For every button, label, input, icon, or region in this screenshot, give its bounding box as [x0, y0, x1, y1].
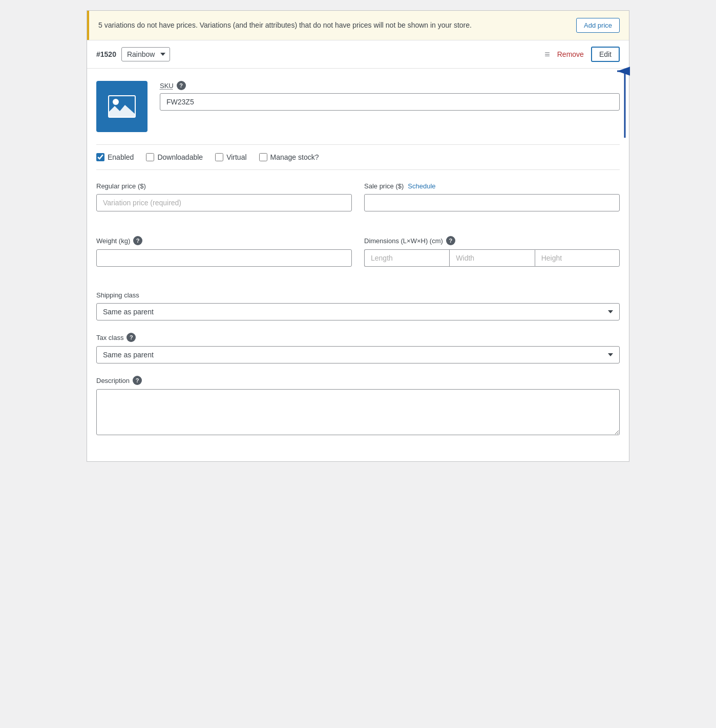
description-textarea[interactable]: [96, 389, 620, 435]
weight-group: Weight (kg) ?: [96, 236, 352, 267]
variation-image[interactable]: [96, 81, 148, 132]
add-price-button[interactable]: Add price: [576, 18, 620, 33]
price-row: Regular price ($) Sale price ($) Schedul…: [96, 182, 620, 224]
variation-header: #1520 Rainbow Blue Red Green ≡ Remove Ed…: [87, 40, 629, 69]
shipping-class-group: Shipping class Same as parent No shippin…: [96, 291, 620, 320]
dimensions-help-icon[interactable]: ?: [446, 236, 455, 245]
sku-input[interactable]: [160, 93, 620, 111]
description-label: Description ?: [96, 376, 620, 385]
tax-class-label: Tax class ?: [96, 333, 620, 342]
downloadable-checkbox-label[interactable]: Downloadable: [146, 153, 203, 161]
description-group: Description ?: [96, 376, 620, 437]
manage-stock-checkbox-label[interactable]: Manage stock?: [259, 153, 319, 161]
downloadable-checkbox[interactable]: [146, 153, 154, 161]
sku-help-icon[interactable]: ?: [177, 81, 186, 90]
tax-class-select[interactable]: Same as parent Standard Reduced rate Zer…: [96, 346, 620, 363]
downloadable-label: Downloadable: [157, 153, 203, 161]
image-placeholder-icon: [107, 94, 137, 119]
tax-class-group: Tax class ? Same as parent Standard Redu…: [96, 333, 620, 363]
dimensions-inputs: [364, 249, 620, 267]
variation-panel: 5 variations do not have prices. Variati…: [87, 10, 629, 462]
width-input[interactable]: [449, 249, 534, 267]
checkboxes-row: Enabled Downloadable Virtual Manage stoc…: [96, 144, 620, 170]
notice-text: 5 variations do not have prices. Variati…: [98, 20, 566, 31]
svg-point-3: [113, 99, 119, 105]
shipping-class-label: Shipping class: [96, 291, 620, 299]
enabled-checkbox-label[interactable]: Enabled: [96, 153, 134, 161]
sale-price-label: Sale price ($) Schedule: [364, 182, 620, 190]
variation-body: SKU ? Enabled Downloadable Virtual: [87, 69, 629, 461]
variation-color-select[interactable]: Rainbow Blue Red Green: [121, 47, 170, 61]
sku-section: SKU ?: [160, 81, 620, 111]
virtual-label: Virtual: [226, 153, 246, 161]
regular-price-label: Regular price ($): [96, 182, 352, 190]
hamburger-icon[interactable]: ≡: [544, 49, 550, 60]
top-section: SKU ?: [96, 81, 620, 132]
virtual-checkbox[interactable]: [215, 153, 223, 161]
dimensions-group: Dimensions (L×W×H) (cm) ?: [364, 236, 620, 267]
weight-dimensions-row: Weight (kg) ? Dimensions (L×W×H) (cm) ?: [96, 236, 620, 279]
manage-stock-checkbox[interactable]: [259, 153, 267, 161]
weight-input[interactable]: [96, 249, 352, 267]
enabled-label: Enabled: [108, 153, 134, 161]
shipping-class-select[interactable]: Same as parent No shipping class: [96, 303, 620, 320]
sku-label: SKU ?: [160, 81, 620, 90]
sale-price-input[interactable]: [364, 194, 620, 211]
variation-actions: ≡ Remove Edit: [544, 47, 620, 62]
tax-class-help-icon[interactable]: ?: [127, 333, 136, 342]
manage-stock-label: Manage stock?: [270, 153, 319, 161]
regular-price-group: Regular price ($): [96, 182, 352, 211]
schedule-link[interactable]: Schedule: [408, 182, 435, 190]
description-help-icon[interactable]: ?: [133, 376, 142, 385]
variation-id: #1520: [96, 50, 116, 58]
weight-help-icon[interactable]: ?: [133, 236, 142, 245]
regular-price-input[interactable]: [96, 194, 352, 211]
sale-price-group: Sale price ($) Schedule: [364, 182, 620, 211]
edit-button[interactable]: Edit: [591, 47, 620, 62]
enabled-checkbox[interactable]: [96, 153, 104, 161]
height-input[interactable]: [535, 249, 620, 267]
weight-label: Weight (kg) ?: [96, 236, 352, 245]
length-input[interactable]: [364, 249, 449, 267]
dimensions-label: Dimensions (L×W×H) (cm) ?: [364, 236, 620, 245]
remove-button[interactable]: Remove: [557, 50, 584, 58]
virtual-checkbox-label[interactable]: Virtual: [215, 153, 246, 161]
notice-banner: 5 variations do not have prices. Variati…: [87, 11, 629, 40]
